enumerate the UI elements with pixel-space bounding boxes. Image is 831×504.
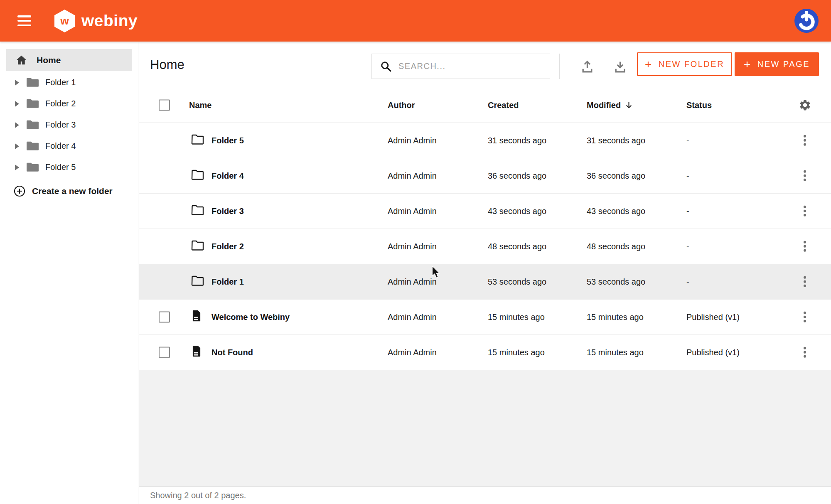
download-icon [613, 60, 627, 74]
row-status: - [686, 207, 689, 216]
table-row[interactable]: Not Found Admin Admin 15 minutes ago 15 … [139, 335, 831, 370]
sidebar-folder-label: Folder 2 [45, 99, 76, 108]
row-created: 31 seconds ago [488, 136, 546, 145]
column-header-modified[interactable]: Modified [587, 100, 633, 110]
sidebar-folder-item[interactable]: Folder 5 [0, 157, 138, 178]
row-name[interactable]: Folder 5 [211, 136, 244, 145]
user-avatar[interactable] [794, 9, 819, 33]
brand-wordmark: webiny [81, 12, 138, 30]
row-modified: 36 seconds ago [587, 171, 645, 181]
sidebar-home-label: Home [37, 55, 61, 65]
row-modified: 48 seconds ago [587, 242, 645, 251]
table-row[interactable]: Folder 4 Admin Admin 36 seconds ago 36 s… [139, 158, 831, 194]
row-status: - [686, 136, 689, 145]
sidebar-folder-list: Folder 1 Folder 2 Folder 3 Folder 4 Fold… [0, 72, 138, 178]
row-modified: 53 seconds ago [587, 277, 645, 287]
table-row[interactable]: Folder 1 Admin Admin 53 seconds ago 53 s… [139, 264, 831, 300]
sidebar-folder-item[interactable]: Folder 2 [0, 93, 138, 114]
table-row[interactable]: Folder 3 Admin Admin 43 seconds ago 43 s… [139, 194, 831, 229]
row-status: - [686, 171, 689, 181]
column-header-name[interactable]: Name [189, 100, 211, 110]
table-header-row: Name Author Created Modified Status [139, 87, 831, 123]
new-page-label: NEW PAGE [757, 59, 810, 69]
create-new-folder-button[interactable]: Create a new folder [0, 180, 138, 202]
document-icon [191, 345, 202, 358]
column-header-author[interactable]: Author [388, 100, 415, 110]
main-content: Home [139, 42, 831, 504]
pagination-status: Showing 2 out of 2 pages. [150, 491, 246, 500]
export-pages-button[interactable] [612, 59, 627, 74]
folder-icon [191, 240, 204, 251]
pagination-footer: Showing 2 out of 2 pages. [139, 486, 831, 504]
row-created: 15 minutes ago [488, 348, 545, 357]
column-header-created[interactable]: Created [488, 100, 519, 110]
row-status: - [686, 277, 689, 287]
row-menu-button[interactable] [802, 274, 808, 290]
page-title: Home [150, 57, 184, 72]
table-row[interactable]: Folder 5 Admin Admin 31 seconds ago 31 s… [139, 123, 831, 158]
row-menu-button[interactable] [802, 238, 808, 254]
select-all-checkbox[interactable] [159, 99, 170, 111]
row-name[interactable]: Folder 2 [211, 242, 244, 251]
sidebar-folder-item[interactable]: Folder 4 [0, 135, 138, 157]
search-icon [380, 61, 392, 72]
row-author: Admin Admin [388, 207, 437, 216]
expand-caret-icon[interactable] [15, 143, 19, 149]
import-pages-button[interactable] [580, 59, 595, 74]
folder-icon [191, 275, 204, 286]
row-name[interactable]: Welcome to Webiny [211, 312, 290, 322]
column-header-status[interactable]: Status [686, 100, 712, 110]
sidebar-folder-label: Folder 5 [45, 162, 76, 172]
upload-icon [580, 60, 594, 74]
table-row[interactable]: Welcome to Webiny Admin Admin 15 minutes… [139, 300, 831, 335]
row-author: Admin Admin [388, 277, 437, 287]
folder-solid-icon [26, 98, 39, 109]
header-divider [559, 54, 560, 79]
expand-caret-icon[interactable] [15, 165, 19, 170]
row-menu-button[interactable] [802, 133, 808, 148]
row-checkbox[interactable] [159, 312, 170, 323]
row-author: Admin Admin [388, 171, 437, 181]
row-author: Admin Admin [388, 242, 437, 251]
row-menu-button[interactable] [802, 309, 808, 325]
sidebar-folder-item[interactable]: Folder 3 [0, 114, 138, 135]
page-header: Home [139, 42, 831, 87]
content-background [139, 370, 831, 486]
row-created: 15 minutes ago [488, 312, 545, 322]
sidebar-folder-label: Folder 1 [45, 78, 76, 87]
new-folder-button[interactable]: + NEW FOLDER [637, 52, 732, 76]
table-settings-button[interactable] [798, 98, 812, 111]
row-name[interactable]: Not Found [211, 348, 253, 357]
webiny-hexagon-icon: w [54, 10, 75, 32]
row-menu-button[interactable] [802, 168, 808, 184]
row-created: 53 seconds ago [488, 277, 546, 287]
sidebar-folder-item[interactable]: Folder 1 [0, 72, 138, 93]
hamburger-menu-icon[interactable] [17, 15, 31, 26]
row-name[interactable]: Folder 3 [211, 207, 244, 216]
row-author: Admin Admin [388, 136, 437, 145]
plus-icon: + [645, 59, 653, 70]
folder-icon [191, 205, 204, 216]
home-icon [16, 54, 27, 66]
row-name[interactable]: Folder 1 [211, 277, 244, 287]
table-row[interactable]: Folder 2 Admin Admin 48 seconds ago 48 s… [139, 229, 831, 264]
row-status: Published (v1) [686, 348, 740, 357]
row-created: 48 seconds ago [488, 242, 546, 251]
folder-solid-icon [26, 162, 39, 172]
new-page-button[interactable]: + NEW PAGE [735, 52, 819, 76]
expand-caret-icon[interactable] [15, 122, 19, 128]
row-checkbox[interactable] [159, 347, 170, 358]
row-menu-button[interactable] [802, 203, 808, 219]
webiny-logo[interactable]: w webiny [54, 10, 138, 32]
search-input[interactable] [398, 54, 550, 79]
row-author: Admin Admin [388, 348, 437, 357]
search-box[interactable] [371, 54, 550, 79]
row-modified: 31 seconds ago [587, 136, 645, 145]
sidebar-item-home[interactable]: Home [6, 49, 132, 71]
expand-caret-icon[interactable] [15, 80, 19, 86]
row-modified: 43 seconds ago [587, 207, 645, 216]
row-name[interactable]: Folder 4 [211, 171, 244, 181]
row-menu-button[interactable] [802, 344, 808, 360]
app-window: w webiny Home Folder 1 [0, 0, 831, 504]
expand-caret-icon[interactable] [15, 101, 19, 107]
